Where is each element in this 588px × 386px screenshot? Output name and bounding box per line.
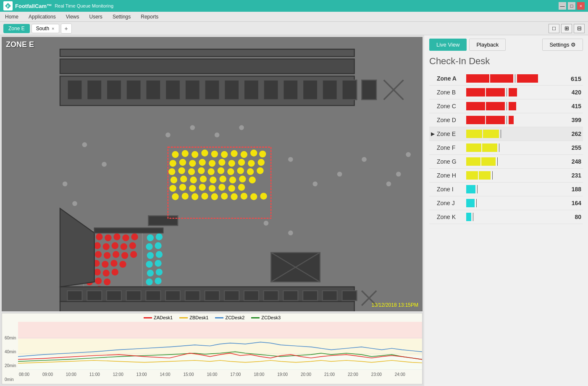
zone-b-bar-seg1 <box>466 88 485 96</box>
svg-point-96 <box>129 242 136 249</box>
zone-k-bar-seg1 <box>466 213 471 221</box>
quad-view-button[interactable]: ⊞ <box>561 24 572 33</box>
app-subtitle: Real Time Queue Monitoring <box>55 3 113 8</box>
settings-button[interactable]: Settings ⚙ <box>542 39 583 51</box>
zone-row-e[interactable]: ▶ Zone E 262 <box>429 127 583 141</box>
svg-point-74 <box>182 193 189 199</box>
svg-point-57 <box>180 176 187 183</box>
zone-e-name: Zone E <box>437 130 466 137</box>
svg-point-89 <box>122 235 129 241</box>
menu-applications[interactable]: Applications <box>27 13 58 21</box>
zone-row-k[interactable]: Zone K 80 <box>429 210 583 224</box>
zone-d-bar-container <box>466 115 562 125</box>
svg-rect-9 <box>126 80 141 100</box>
svg-point-72 <box>238 184 245 190</box>
svg-point-34 <box>250 150 257 156</box>
svg-point-67 <box>189 185 196 192</box>
svg-point-75 <box>192 193 198 200</box>
single-view-button[interactable]: □ <box>549 24 559 33</box>
zone-row-a[interactable]: Zone A 615 <box>429 72 583 86</box>
svg-point-40 <box>209 160 215 167</box>
svg-rect-169 <box>94 228 163 233</box>
svg-point-73 <box>172 193 178 200</box>
svg-point-28 <box>192 151 198 158</box>
zone-a-name: Zone A <box>437 75 466 82</box>
svg-point-49 <box>198 167 205 174</box>
zone-a-bar-seg3 <box>517 74 538 83</box>
zone-row-f[interactable]: Zone F 255 <box>429 141 583 155</box>
chart-area: ZADesk1 ZBDesk1 ZCDesk2 ZCDesk3 60min <box>2 313 423 384</box>
menu-home[interactable]: Home <box>3 13 20 21</box>
svg-point-95 <box>121 243 127 250</box>
live-view-button[interactable]: Live View <box>429 39 467 51</box>
zone-d-bar-seg2 <box>486 116 505 124</box>
svg-point-143 <box>215 133 220 138</box>
zone-row-d[interactable]: Zone D 399 <box>429 113 583 127</box>
minimize-button[interactable]: — <box>559 2 566 10</box>
menubar: Home Applications Views Users Settings R… <box>0 12 588 22</box>
svg-rect-151 <box>126 291 141 300</box>
zone-i-bar-container <box>466 185 562 194</box>
zone-h-bar-seg2 <box>479 171 491 180</box>
legend-za-desk1: ZADesk1 <box>144 315 173 320</box>
legend-zb-desk1: ZBDesk1 <box>179 315 208 320</box>
svg-rect-19 <box>323 80 337 100</box>
zone-f-bar-container <box>466 143 562 152</box>
svg-point-42 <box>228 160 235 167</box>
zone-row-j[interactable]: Zone J 164 <box>429 196 583 210</box>
svg-point-127 <box>146 279 152 285</box>
grid-view-button[interactable]: ⊟ <box>574 24 585 33</box>
zone-i-bar <box>466 185 478 193</box>
zone-row-b[interactable]: Zone B 420 <box>429 86 583 99</box>
svg-point-63 <box>239 176 246 183</box>
svg-rect-6 <box>67 80 82 100</box>
svg-rect-7 <box>87 80 102 100</box>
svg-point-58 <box>190 177 197 183</box>
svg-rect-156 <box>224 291 239 300</box>
svg-point-94 <box>112 242 118 249</box>
svg-point-132 <box>72 201 77 206</box>
zone-row-h[interactable]: Zone H 231 <box>429 169 583 183</box>
svg-rect-172 <box>18 356 422 370</box>
menu-settings[interactable]: Settings <box>111 13 132 21</box>
zone-d-bar-seg3 <box>509 116 514 124</box>
close-button[interactable]: × <box>577 2 585 10</box>
menu-users[interactable]: Users <box>88 13 104 21</box>
zone-j-count: 164 <box>562 200 581 206</box>
svg-rect-157 <box>244 291 259 300</box>
svg-point-133 <box>288 157 293 162</box>
tab-add-button[interactable]: + <box>61 23 72 34</box>
zone-row-i[interactable]: Zone I 188 <box>429 183 583 196</box>
tab-zone-e[interactable]: Zone E <box>3 24 30 33</box>
tab-south-close[interactable]: × <box>52 26 54 31</box>
svg-point-140 <box>264 221 269 226</box>
window-controls[interactable]: — □ × <box>559 2 585 10</box>
maximize-button[interactable]: □ <box>568 2 575 10</box>
svg-point-66 <box>179 184 186 190</box>
svg-point-102 <box>130 251 137 258</box>
playback-button[interactable]: Playback <box>469 39 506 51</box>
svg-rect-170 <box>18 322 422 339</box>
svg-rect-159 <box>283 291 298 300</box>
zone-c-bar-seg2 <box>486 102 505 110</box>
zone-row-g[interactable]: Zone G 248 <box>429 155 583 169</box>
svg-point-138 <box>396 172 401 177</box>
zone-g-name: Zone G <box>437 158 466 165</box>
svg-point-33 <box>241 151 247 158</box>
menu-views[interactable]: Views <box>64 13 81 21</box>
svg-point-50 <box>207 168 214 175</box>
svg-point-124 <box>155 260 161 266</box>
zone-row-c[interactable]: Zone C 415 <box>429 99 583 113</box>
zone-e-bar-container <box>466 129 562 138</box>
right-panel: Live View Playback Settings ⚙ Check-In D… <box>424 35 588 386</box>
tab-south[interactable]: South × <box>32 24 59 33</box>
svg-point-80 <box>241 193 247 199</box>
chart-x-labels: 08:00 09:00 10:00 11:00 12:00 13:00 14:0… <box>2 372 422 377</box>
zone-a-bar-container <box>466 74 562 83</box>
menu-reports[interactable]: Reports <box>139 13 160 21</box>
svg-rect-16 <box>264 80 278 100</box>
layout-view-buttons: □ ⊞ ⊟ <box>549 24 585 33</box>
chart-y-labels: 60min 40min 20min 0min <box>3 336 19 382</box>
svg-point-118 <box>156 233 163 240</box>
zone-g-bar-seg2 <box>481 157 496 166</box>
